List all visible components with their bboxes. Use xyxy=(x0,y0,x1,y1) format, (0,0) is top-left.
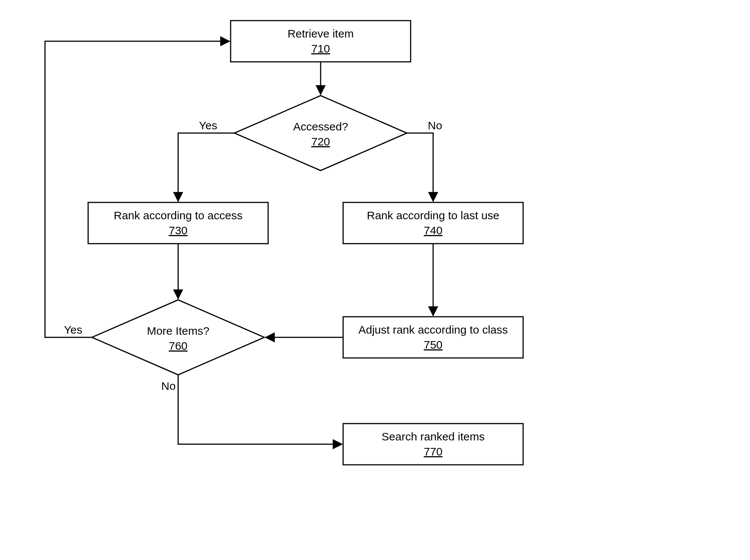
node-more-items-decision: More Items? 760 xyxy=(92,300,264,375)
svg-rect-6 xyxy=(343,424,523,465)
edge-720-no-label: No xyxy=(428,119,442,132)
node-adjust-rank-class: Adjust rank according to class 750 xyxy=(343,317,523,358)
svg-marker-5 xyxy=(92,300,264,375)
node-rank-last-use-ref: 740 xyxy=(424,224,442,237)
edge-760-yes-to-710 xyxy=(45,41,230,337)
svg-rect-4 xyxy=(343,317,523,358)
node-more-items-ref: 760 xyxy=(169,340,188,352)
node-accessed-ref: 720 xyxy=(311,135,330,148)
node-retrieve-item: Retrieve item 710 xyxy=(231,21,411,62)
svg-rect-3 xyxy=(343,202,523,244)
edge-760-yes-label: Yes xyxy=(64,323,82,336)
node-rank-access-label: Rank according to access xyxy=(114,209,243,222)
node-search-ranked-items-label: Search ranked items xyxy=(381,430,484,443)
svg-rect-2 xyxy=(88,202,268,244)
node-rank-access: Rank according to access 730 xyxy=(88,202,268,244)
node-accessed-label: Accessed? xyxy=(293,120,348,133)
node-adjust-rank-class-ref: 750 xyxy=(424,338,442,351)
node-search-ranked-items: Search ranked items 770 xyxy=(343,424,523,465)
edge-760-no-label: No xyxy=(161,380,176,392)
edge-720-yes-to-730 xyxy=(178,133,234,201)
svg-marker-1 xyxy=(234,96,407,171)
node-rank-access-ref: 730 xyxy=(169,224,188,237)
node-adjust-rank-class-label: Adjust rank according to class xyxy=(358,323,508,336)
node-more-items-label: More Items? xyxy=(147,325,210,337)
flowchart: Retrieve item 710 Accessed? 720 Rank acc… xyxy=(0,0,750,560)
node-search-ranked-items-ref: 770 xyxy=(424,445,442,458)
edge-720-no-to-740 xyxy=(407,133,433,201)
edge-720-yes-label: Yes xyxy=(199,119,218,132)
node-accessed-decision: Accessed? 720 xyxy=(234,96,407,171)
node-retrieve-item-ref: 710 xyxy=(311,42,330,55)
svg-rect-0 xyxy=(231,21,411,62)
node-retrieve-item-label: Retrieve item xyxy=(288,27,354,40)
edge-760-no-to-770 xyxy=(178,375,342,444)
node-rank-last-use: Rank according to last use 740 xyxy=(343,202,523,244)
node-rank-last-use-label: Rank according to last use xyxy=(367,209,500,222)
